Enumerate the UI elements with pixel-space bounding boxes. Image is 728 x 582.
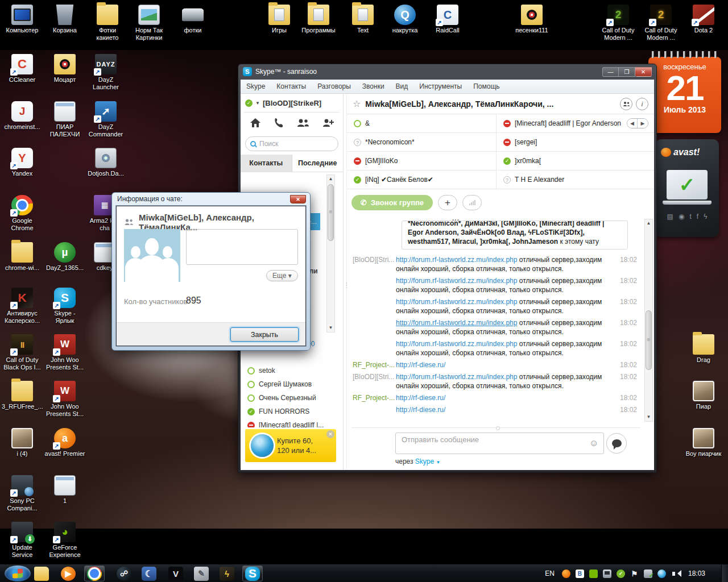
participant-cell[interactable]: [GM]IIIoKo [347,152,497,171]
message-row[interactable]: http://forum.rf-lastworld.zz.mu/index.ph… [347,276,644,294]
desktop-icon[interactable]: ◕↗GeForce Experience [44,522,85,559]
tray-b-icon[interactable]: B [576,569,584,578]
chat-history[interactable]: ... *Necronomicon*, ДиМаН3кІ, [GM]IIIoKo… [347,217,644,424]
tray-sk-icon[interactable] [617,569,625,578]
tray-flag-icon[interactable] [630,569,639,578]
calendar-gadget[interactable]: воскресенье 21 Июль 2013 [648,57,721,133]
menu-item[interactable]: Контакты [276,82,306,90]
maximize-button[interactable]: ❐ [619,67,635,77]
search-box[interactable] [245,136,338,151]
message-row[interactable]: http://rf-diese.ru/18:02 [347,405,644,414]
start-button[interactable] [5,566,31,581]
desktop-icon[interactable]: C↗CCleaner [2,54,43,84]
desktop-icon[interactable]: chrome-wi... [2,242,43,272]
avast-link-icon[interactable]: ▤ [667,213,673,221]
emoticon-icon[interactable]: ☺ [589,438,598,448]
pager-prev-icon[interactable]: ◀ [627,119,638,128]
participant-cell[interactable]: [iNq] ✔Санёк Белов✔ [347,171,497,189]
info-icon[interactable]: i [636,98,648,110]
participants-pager[interactable]: ◀▶ [627,118,648,128]
group-call-button[interactable]: ✆ Звонок группе [351,195,433,210]
message-row[interactable]: [BloOD][Stri...http://forum.rf-lastworld… [347,255,644,273]
desktop-icon[interactable]: песенки111 [511,5,552,34]
message-link[interactable]: http://forum.rf-lastworld.zz.mu/index.ph… [396,298,517,306]
desktop-icon[interactable]: Программы [298,5,339,34]
scroll-up-icon[interactable]: ▲ [645,219,652,227]
tray-glb-icon[interactable] [657,569,666,578]
desktop-icon[interactable]: DAYZ↗DayZ Launcher [85,54,126,91]
desktop-icon[interactable]: ↗Update Service [2,522,43,559]
desktop-icon[interactable]: ↗Dota 2 [683,5,724,34]
language-indicator[interactable]: EN [545,569,555,577]
ad-close-icon[interactable]: ✕ [326,430,334,438]
desktop-icon[interactable]: 3_RFUFree_... [2,381,43,410]
desktop-icon[interactable]: ➚↗DayZ Commander [85,101,126,138]
desktop-icon[interactable]: 1 [44,475,85,505]
avast-link-icon[interactable]: t [689,213,691,221]
add-participant-button[interactable]: + [438,195,457,210]
message-row[interactable]: http://forum.rf-lastworld.zz.mu/index.ph… [347,318,644,336]
menu-item[interactable]: Skype [246,82,265,90]
send-message-button[interactable] [606,433,627,454]
contact-row[interactable]: [Minecraft] deadliff |... [241,418,330,427]
desktop-icon[interactable]: Норм Так Картинки [129,5,169,41]
desktop-icon[interactable]: фотки [172,5,213,34]
message-link[interactable]: http://forum.rf-lastworld.zz.mu/index.ph… [396,277,517,285]
avast-gadget[interactable]: avast! ✓ ▤◉tfϟ [655,139,719,237]
avast-social-icons[interactable]: ▤◉tfϟ [655,213,719,221]
desktop-icon[interactable]: ↗Google Chrome [2,195,43,232]
message-link[interactable]: http://forum.rf-lastworld.zz.mu/index.ph… [396,256,517,264]
message-link[interactable]: http://forum.rf-lastworld.zz.mu/index.ph… [396,319,517,327]
desktop-icon[interactable]: Qнакрутка [384,5,425,34]
taskbar-app-bolt[interactable]: ϟ [217,566,237,581]
message-link[interactable]: http://rf-diese.ru/ [396,361,445,369]
participant-cell[interactable]: & [347,114,497,133]
group-icon[interactable] [297,117,309,128]
desktop-icon[interactable]: ПИАР ПАЛЕХЧИ [44,101,85,138]
pager-next-icon[interactable]: ▶ [638,119,648,128]
close-dialog-button[interactable]: Закрыть [230,327,299,342]
clock[interactable]: 18:03 [688,569,705,577]
contacts-scrollbar[interactable]: ▲ ▼ [326,174,335,332]
via-skype-link[interactable]: Skype [415,458,434,465]
desktop-icon[interactable]: Пиар [683,381,724,410]
contact-row[interactable]: setok [241,364,330,377]
taskbar-app-chrome[interactable] [84,566,105,581]
scroll-up-icon[interactable]: ▲ [327,175,334,183]
self-status-icon[interactable] [245,99,253,107]
scrollbar-thumb[interactable] [646,310,652,370]
taskbar-app-steam[interactable]: ☍ [114,566,134,581]
dialog-close-button[interactable]: ✕ [290,195,306,203]
desktop-icon[interactable]: 2↗Call of Duty Modern ... [598,5,639,41]
scroll-down-icon[interactable]: ▼ [645,413,652,421]
desktop-icon[interactable]: Воу пиарчик [683,428,724,458]
desktop-icon[interactable]: W↗John Woo Presents St... [44,381,85,418]
desktop-icon[interactable]: W↗John Woo Presents St... [44,334,85,371]
desktop-icon[interactable]: Компьютер [2,5,43,34]
participant-cell[interactable]: T H E Alexander [497,171,654,189]
add-contact-icon[interactable] [321,117,334,128]
history-scrollbar[interactable]: ▲ ▼ [644,219,653,422]
chat-participants-icon[interactable] [620,98,632,110]
minimize-button[interactable]: — [602,67,619,77]
tray-nv-icon[interactable] [589,569,598,578]
desktop-icon[interactable]: 2↗Call of Duty Modern ... [640,5,681,41]
desktop-icon[interactable]: ↗Sony PC Compani... [2,475,43,512]
message-row[interactable]: RF_Project-...http://rf-diese.ru/18:02 [347,360,644,369]
self-status-row[interactable]: ▼ [BloOD][StrikeR] [241,94,343,112]
chevron-down-icon[interactable]: ▼ [436,460,441,465]
menu-item[interactable]: Звонки [362,82,384,90]
taskbar-app-skype[interactable]: S [242,566,263,581]
desktop-icon[interactable]: a↗avast! Premier [44,428,85,458]
avast-link-icon[interactable]: ϟ [704,213,707,221]
desktop-icon[interactable]: C↗RaidCall [427,5,468,34]
desktop-icon[interactable]: Игры [259,5,300,34]
desktop-icon[interactable]: S↗Skype - Ярлык [44,288,85,325]
tray-avast-icon[interactable] [562,569,570,578]
desktop-icon[interactable]: Фотки какието [87,5,128,41]
skype-titlebar[interactable]: S Skype™ - sanraisoo — ❐ ✕ [238,64,656,79]
taskbar-app-grayapp[interactable]: ✎ [191,566,212,581]
desktop-icon[interactable]: Drag [683,334,724,364]
call-quality-button[interactable] [462,195,482,210]
participant-cell[interactable]: [sergei] [497,133,654,152]
